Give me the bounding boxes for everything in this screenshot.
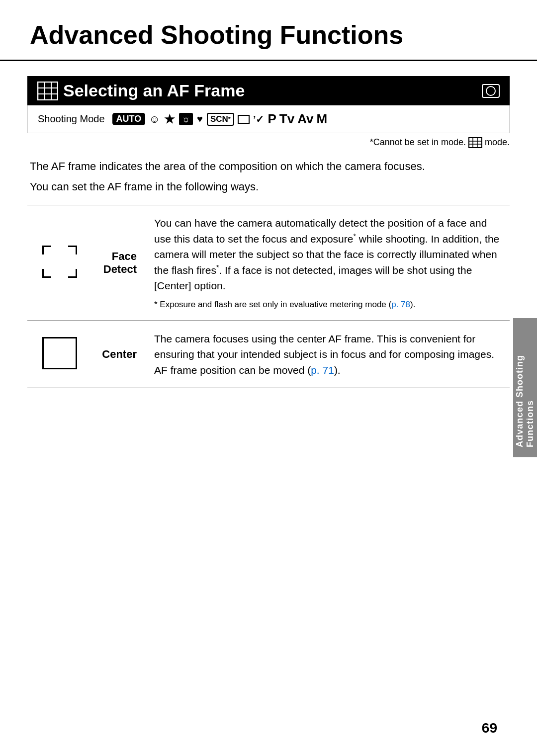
af-table: FaceDetect You can have the camera autom… bbox=[27, 205, 510, 388]
corner-bl bbox=[42, 269, 51, 278]
corner-tr bbox=[68, 246, 77, 254]
asterisk-note: *Cannot be set in mode. mode. bbox=[0, 137, 510, 148]
mode-p: P bbox=[268, 111, 276, 127]
side-tab: Advanced Shooting Functions bbox=[513, 318, 537, 457]
mode-scn: SCN* bbox=[207, 113, 234, 126]
mode-m: M bbox=[316, 111, 327, 127]
page-title: Advanced Shooting Functions bbox=[0, 0, 537, 61]
shooting-mode-row: Shooting Mode AUTO ☺︎ ★ ☼ ♥ SCN* ’✓ P Tv… bbox=[27, 105, 510, 133]
page-number: 69 bbox=[482, 720, 497, 736]
mode-portrait: ☺︎ bbox=[149, 113, 160, 126]
mode-landscape: ★ bbox=[164, 112, 175, 126]
center-label: Center bbox=[92, 321, 147, 388]
face-detect-icon-cell bbox=[27, 205, 92, 321]
page-container: Advanced Shooting Functions Selecting an… bbox=[0, 0, 537, 756]
page-link-78: p. 78 bbox=[391, 300, 410, 309]
grid-icon bbox=[37, 82, 58, 100]
center-desc: The camera focuses using the center AF f… bbox=[147, 321, 510, 388]
corner-br bbox=[68, 269, 77, 278]
mode-grid-icon-small bbox=[468, 137, 482, 148]
intro-text-1: The AF frame indicates the area of the c… bbox=[30, 158, 507, 195]
corner-tl bbox=[42, 246, 51, 254]
face-detect-footnote: * Exposure and flash are set only in eva… bbox=[154, 299, 502, 311]
face-detect-icon bbox=[42, 246, 77, 278]
mode-auto: AUTO bbox=[112, 113, 146, 125]
table-row: Center The camera focuses using the cent… bbox=[27, 321, 510, 388]
section-header: Selecting an AF Frame bbox=[27, 76, 510, 105]
mode-color-accent: ♥ bbox=[197, 113, 203, 125]
face-detect-label: FaceDetect bbox=[92, 205, 147, 321]
svg-rect-5 bbox=[469, 138, 482, 148]
page-link-71: p. 71 bbox=[311, 364, 334, 376]
svg-rect-0 bbox=[38, 82, 58, 100]
face-detect-desc: You can have the camera automatically de… bbox=[147, 205, 510, 321]
center-frame-icon bbox=[42, 337, 77, 369]
mode-stitch bbox=[238, 115, 250, 124]
mode-tv: Tv bbox=[279, 111, 294, 127]
table-row: FaceDetect You can have the camera autom… bbox=[27, 205, 510, 321]
mode-night: ☼ bbox=[179, 113, 193, 125]
camera-icon bbox=[482, 84, 500, 98]
mode-movie: ’✓ bbox=[253, 113, 265, 125]
center-icon-cell bbox=[27, 321, 92, 388]
mode-av: Av bbox=[297, 111, 313, 127]
shooting-mode-label: Shooting Mode bbox=[38, 113, 105, 125]
section-title: Selecting an AF Frame bbox=[63, 81, 482, 100]
